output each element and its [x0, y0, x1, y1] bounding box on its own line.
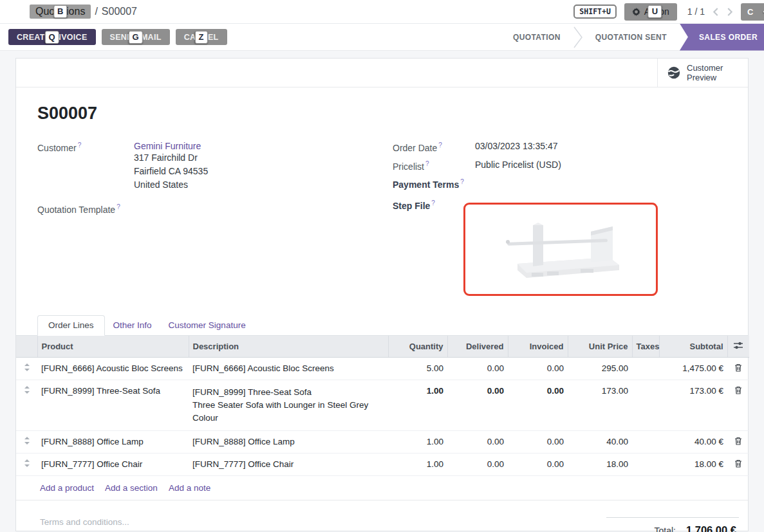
cell-unit-price[interactable]: 40.00 [568, 431, 632, 454]
cell-product[interactable]: [FURN_8999] Three-Seat Sofa [37, 380, 189, 431]
column-subtotal[interactable]: Subtotal [659, 336, 727, 358]
cell-unit-price[interactable]: 173.00 [568, 380, 632, 431]
cell-invoiced[interactable]: 0.00 [508, 358, 568, 380]
help-icon[interactable]: ? [425, 160, 429, 167]
cell-taxes[interactable] [632, 358, 659, 380]
customer-preview-label: Customer Preview [687, 63, 723, 83]
table-row: [FURN_7777] Office Chair [FURN_7777] Off… [16, 454, 749, 476]
status-bar: QUOTATION QUOTATION SENT SALES ORDER [500, 24, 764, 51]
optional-columns-icon[interactable] [727, 336, 749, 358]
delete-row-icon[interactable] [727, 431, 749, 454]
breadcrumb-quotations[interactable]: Quotations B [30, 5, 91, 19]
column-delivered[interactable]: Delivered [447, 336, 508, 358]
cell-invoiced[interactable]: 0.00 [508, 454, 568, 476]
cell-taxes[interactable] [632, 454, 659, 476]
payment-terms-label: Payment Terms? [393, 178, 475, 190]
tab-customer-signature[interactable]: Customer Signature [160, 316, 254, 335]
field-group-left: Customer? Gemini Furniture 317 Fairchild… [37, 141, 393, 221]
delete-row-icon[interactable] [727, 454, 749, 476]
cell-product[interactable]: [FURN_7777] Office Chair [37, 454, 189, 476]
cell-delivered[interactable]: 0.00 [447, 358, 508, 380]
pricelist-value[interactable]: Public Pricelist (USD) [475, 160, 561, 172]
help-icon[interactable]: ? [438, 142, 442, 149]
field-pricelist: Pricelist? Public Pricelist (USD) [393, 160, 727, 172]
table-header-row: Product Description Quantity Delivered I… [16, 336, 749, 358]
stage-quotation-sent[interactable]: QUOTATION SENT [582, 24, 680, 51]
cell-invoiced[interactable]: 0.00 [508, 431, 568, 454]
customer-link[interactable]: Gemini Furniture [134, 141, 201, 151]
cell-subtotal: 40.00 € [659, 431, 727, 454]
cell-delivered[interactable]: 0.00 [447, 431, 508, 454]
terms-and-conditions-input[interactable]: Terms and conditions... [40, 517, 129, 527]
drag-handle-icon[interactable] [16, 358, 37, 380]
cell-product[interactable]: [FURN_8888] Office Lamp [37, 431, 189, 454]
column-quantity[interactable]: Quantity [388, 336, 447, 358]
step-file-label: Step File? [393, 199, 475, 211]
cell-delivered[interactable]: 0.00 [447, 454, 508, 476]
cell-taxes[interactable] [632, 380, 659, 431]
help-icon[interactable]: ? [78, 142, 82, 149]
field-order-date: Order Date? 03/03/2023 13:35:47 [393, 141, 727, 153]
cell-subtotal: 18.00 € [659, 454, 727, 476]
stage-sales-order[interactable]: SALES ORDER [680, 24, 764, 51]
column-description[interactable]: Description [189, 336, 388, 358]
customer-label: Customer? [37, 141, 134, 192]
drag-handle-icon[interactable] [16, 431, 37, 454]
help-icon[interactable]: ? [431, 199, 435, 206]
cell-quantity[interactable]: 5.00 [388, 358, 447, 380]
column-invoiced[interactable]: Invoiced [508, 336, 568, 358]
notebook: Order Lines Other Info Customer Signatur… [16, 315, 748, 532]
cell-taxes[interactable] [632, 431, 659, 454]
pager-previous-icon[interactable] [713, 8, 718, 16]
pager-next-icon[interactable] [727, 8, 733, 16]
customer-preview-button[interactable]: Customer Preview [657, 59, 748, 87]
cell-unit-price[interactable]: 18.00 [568, 454, 632, 476]
create-invoice-button[interactable]: CREATE INVOICE Q [8, 29, 96, 45]
total-value: 1,706.00 € [686, 524, 736, 532]
keyboard-hint-badge: G [128, 31, 142, 44]
column-taxes[interactable]: Taxes [632, 336, 659, 358]
drag-handle-icon[interactable] [16, 454, 37, 476]
add-product-link[interactable]: Add a product [40, 483, 94, 493]
column-unit-price[interactable]: Unit Price [568, 336, 632, 358]
delete-row-icon[interactable] [727, 380, 749, 431]
cell-description[interactable]: [FURN_7777] Office Chair [189, 454, 388, 476]
cancel-button[interactable]: CANCEL Z [176, 29, 227, 45]
add-note-link[interactable]: Add a note [169, 483, 210, 493]
column-product[interactable]: Product [37, 336, 189, 358]
tabs-bar: Order Lines Other Info Customer Signatur… [16, 315, 748, 336]
stage-separator-icon [573, 26, 582, 48]
delete-row-icon[interactable] [727, 358, 749, 380]
help-icon[interactable]: ? [460, 178, 464, 185]
cell-unit-price[interactable]: 295.00 [568, 358, 632, 380]
order-date-value[interactable]: 03/03/2023 13:35:47 [475, 141, 557, 153]
tab-other-info[interactable]: Other Info [105, 316, 160, 335]
send-email-button[interactable]: SEND EMAIL G [102, 29, 170, 45]
action-menu-button[interactable]: Action U [624, 3, 677, 21]
cell-product[interactable]: [FURN_6666] Acoustic Bloc Screens [37, 358, 189, 380]
add-section-link[interactable]: Add a section [105, 483, 158, 493]
page-title: S00007 [37, 104, 748, 124]
cell-description[interactable]: [FURN_8888] Office Lamp [189, 431, 388, 454]
drag-handle-icon[interactable] [16, 380, 37, 431]
cell-quantity[interactable]: 1.00 [388, 431, 447, 454]
cell-quantity[interactable]: 1.00 [388, 380, 447, 431]
totals-block: Total: 1,706.00 € [606, 517, 739, 532]
stage-quotation[interactable]: QUOTATION [500, 24, 573, 51]
table-row: [FURN_8999] Three-Seat Sofa [FURN_8999] … [16, 380, 749, 431]
cell-description[interactable]: [FURN_6666] Acoustic Bloc Screens [189, 358, 388, 380]
keyboard-hint-badge: Z [194, 31, 207, 44]
help-icon[interactable]: ? [116, 203, 120, 210]
gear-icon [632, 8, 640, 16]
tab-order-lines[interactable]: Order Lines [37, 315, 105, 336]
cell-invoiced[interactable]: 0.00 [508, 380, 568, 431]
total-label: Total: [655, 526, 676, 532]
handle-column-header [16, 336, 37, 358]
topbar-controls: SHIFT+U Action U 1 / 1 C [573, 3, 755, 21]
step-file-preview-box[interactable] [463, 203, 658, 296]
cell-delivered[interactable]: 0.00 [447, 380, 508, 431]
cell-quantity[interactable]: 1.00 [388, 454, 447, 476]
cell-description[interactable]: [FURN_8999] Three-Seat Sofa Three Seater… [189, 380, 388, 431]
create-button[interactable]: C [741, 3, 764, 21]
field-payment-terms: Payment Terms? [393, 178, 727, 190]
